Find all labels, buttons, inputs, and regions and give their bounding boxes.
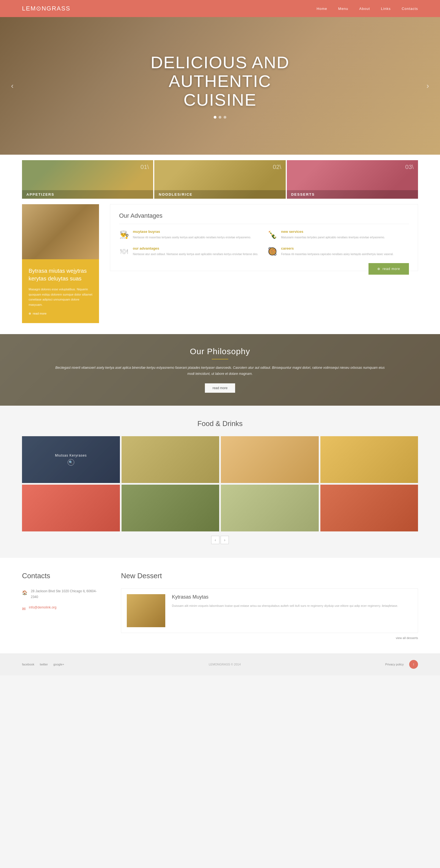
plate-icon: 🍽 bbox=[119, 246, 129, 256]
food-item-bg-6 bbox=[122, 485, 219, 531]
nav-about[interactable]: About bbox=[359, 7, 370, 11]
food-item-bg-2 bbox=[122, 436, 219, 483]
advantages-grid: 👨‍🍳 muytase buyras Niertasse riti masert… bbox=[119, 229, 409, 256]
menu-card-num-appetizers: 01\ bbox=[140, 163, 149, 170]
food-search-icon-1: 🔍 bbox=[68, 459, 74, 466]
adv-content-4: careers Fertasa riti masertias kertyasea… bbox=[281, 246, 394, 256]
dessert-name: Kytrasas Muytas bbox=[172, 594, 398, 600]
site-footer: facebook twitter google+ LEMONGRASS © 20… bbox=[0, 653, 440, 675]
food-item-1[interactable]: Miutsas Keryrases 🔍 bbox=[22, 436, 120, 483]
contact-email-item: ✉ info@demolink.org bbox=[22, 604, 99, 613]
new-dessert-title: New Dessert bbox=[121, 571, 418, 580]
food-item-7[interactable] bbox=[221, 485, 319, 531]
nav-links[interactable]: Links bbox=[381, 7, 391, 11]
footer-twitter-link[interactable]: twitter bbox=[40, 663, 48, 666]
advantage-item-2: 🍾 new services Matusiarin masertias tert… bbox=[267, 229, 409, 240]
philosophy-section: Our Philosophy Beciiegast niverit vitaes… bbox=[0, 334, 440, 406]
advantages-read-more-label: read more bbox=[382, 267, 400, 271]
food-item-3[interactable] bbox=[221, 436, 319, 483]
right-panel: Our Advantages 👨‍🍳 muytase buyras Nierta… bbox=[110, 204, 418, 323]
hero-dot-1[interactable] bbox=[214, 116, 216, 119]
hero-dot-3[interactable] bbox=[224, 116, 226, 119]
menu-card-num-desserts: 03\ bbox=[405, 163, 414, 170]
dish-icon: 🥘 bbox=[267, 246, 277, 256]
contacts-title: Contacts bbox=[22, 571, 99, 580]
contact-address: 28 Jackson Blvd Ste 1020 Chicago IL 6060… bbox=[31, 588, 99, 600]
menu-card-desserts[interactable]: 03\ DESSERTS bbox=[287, 160, 418, 199]
footer-privacy-link[interactable]: Privacy policy bbox=[385, 663, 404, 666]
food-item-6[interactable] bbox=[122, 485, 219, 531]
food-item-bg-7 bbox=[221, 485, 319, 531]
adv-body-2: Matusiarin masertias tertydes panet apli… bbox=[281, 235, 385, 240]
food-item-name-1: Miutsas Keryrases bbox=[55, 454, 87, 457]
nav-home[interactable]: Home bbox=[316, 7, 327, 11]
chef-icon: 👨‍🍳 bbox=[119, 229, 129, 240]
scroll-to-top-button[interactable]: ↑ bbox=[409, 660, 418, 669]
advantage-item-3: 🍽 our advantages Niertasse atur aset odi… bbox=[119, 246, 261, 256]
hero-prev-arrow[interactable]: ‹ bbox=[11, 82, 13, 90]
menu-card-appetizers[interactable]: 01\ APPETIZERS bbox=[22, 160, 153, 199]
hero-title: DELICIOUS ANDAUTHENTICCUISINE bbox=[151, 53, 290, 110]
dessert-image bbox=[127, 594, 165, 627]
hero-dot-2[interactable] bbox=[218, 116, 222, 119]
gallery-next-button[interactable]: › bbox=[221, 536, 229, 544]
menu-card-num-noodles: 02\ bbox=[273, 163, 281, 170]
food-grid-top: Miutsas Keryrases 🔍 bbox=[22, 436, 418, 483]
adv-title-1: muytase buyras bbox=[133, 229, 251, 234]
content-section: Bytrasa miutas wejytras kerytas deluytas… bbox=[0, 204, 440, 334]
advantage-item-1: 👨‍🍳 muytase buyras Niertasse riti masert… bbox=[119, 229, 261, 240]
adv-body-1: Niertasse riti masertias tertyaes asetiy… bbox=[133, 235, 251, 240]
hero-next-arrow[interactable]: › bbox=[427, 82, 429, 90]
footer-googleplus-link[interactable]: google+ bbox=[53, 663, 64, 666]
gallery-prev-button[interactable]: ‹ bbox=[211, 536, 219, 544]
main-nav: Home Menu About Links Contacts bbox=[316, 7, 418, 11]
footer-facebook-link[interactable]: facebook bbox=[22, 663, 34, 666]
menu-card-noodles[interactable]: 02\ NOODLES/RICE bbox=[154, 160, 285, 199]
menu-cards-row: 01\ APPETIZERS 02\ NOODLES/RICE 03\ DESS… bbox=[0, 155, 440, 204]
new-dessert-column: New Dessert Kytrasas Muytas Duissam alit… bbox=[121, 571, 418, 640]
bottom-section: Contacts 🏠 28 Jackson Blvd Ste 1020 Chic… bbox=[0, 558, 440, 653]
food-drinks-section: Food & Drinks Miutsas Keryrases 🔍 bbox=[0, 406, 440, 558]
food-item-5[interactable] bbox=[22, 485, 120, 531]
food-item-bg-3 bbox=[221, 436, 319, 483]
view-all-desserts-link[interactable]: view all desserts bbox=[121, 636, 418, 640]
advantage-item-4: 🥘 careers Fertasa riti masertias kertyas… bbox=[267, 246, 409, 256]
philosophy-divider bbox=[212, 359, 228, 360]
menu-card-label-noodles: NOODLES/RICE bbox=[154, 190, 285, 199]
contact-address-item: 🏠 28 Jackson Blvd Ste 1020 Chicago IL 60… bbox=[22, 588, 99, 600]
adv-title-4: careers bbox=[281, 246, 394, 250]
adv-body-3: Niertasse atur aset oditaut. Niertasse a… bbox=[133, 252, 258, 256]
food-item-4[interactable] bbox=[320, 436, 418, 483]
philosophy-title: Our Philosophy bbox=[55, 347, 385, 356]
nav-contacts[interactable]: Contacts bbox=[402, 7, 418, 11]
food-item-bg-5 bbox=[22, 485, 120, 531]
hero-section: ‹ DELICIOUS ANDAUTHENTICCUISINE › bbox=[0, 17, 440, 155]
advantages-box: Our Advantages 👨‍🍳 muytase buyras Nierta… bbox=[110, 204, 418, 271]
bottle-icon: 🍾 bbox=[267, 229, 277, 240]
site-header: LEM⊙NGRASS Home Menu About Links Contact… bbox=[0, 0, 440, 17]
food-item-2[interactable] bbox=[122, 436, 219, 483]
dessert-info: Kytrasas Muytas Duissam alit minim voque… bbox=[172, 594, 398, 627]
footer-right: Privacy policy ↑ bbox=[385, 660, 418, 669]
philosophy-read-more-button[interactable]: read more bbox=[205, 383, 235, 393]
promo-read-more[interactable]: ⊕ read more bbox=[29, 312, 92, 315]
philosophy-content: Our Philosophy Beciiegast niverit vitaes… bbox=[0, 347, 440, 393]
contact-email[interactable]: info@demolink.org bbox=[29, 604, 56, 613]
home-icon: 🏠 bbox=[22, 589, 28, 600]
logo[interactable]: LEM⊙NGRASS bbox=[22, 5, 70, 12]
advantages-read-more-button[interactable]: ⊕ read more bbox=[369, 263, 409, 275]
adv-body-4: Fertasa riti masertias kertyasea capicab… bbox=[281, 252, 394, 256]
promo-heading: Bytrasa miutas wejytras kerytas deluytas… bbox=[29, 267, 92, 282]
food-item-bg-4 bbox=[320, 436, 418, 483]
adv-content-2: new services Matusiarin masertias tertyd… bbox=[281, 229, 385, 240]
hero-dots bbox=[151, 116, 290, 119]
nav-menu[interactable]: Menu bbox=[338, 7, 348, 11]
food-item-8[interactable] bbox=[320, 485, 418, 531]
gallery-nav: ‹ › bbox=[22, 536, 418, 544]
food-drinks-title: Food & Drinks bbox=[22, 420, 418, 428]
advantages-read-more-icon: ⊕ bbox=[377, 267, 380, 271]
featured-food-image bbox=[22, 204, 99, 259]
yellow-promo-box: Bytrasa miutas wejytras kerytas deluytas… bbox=[22, 259, 99, 323]
dessert-card: Kytrasas Muytas Duissam alit minim voque… bbox=[121, 588, 418, 633]
left-panel: Bytrasa miutas wejytras kerytas deluytas… bbox=[22, 204, 99, 323]
